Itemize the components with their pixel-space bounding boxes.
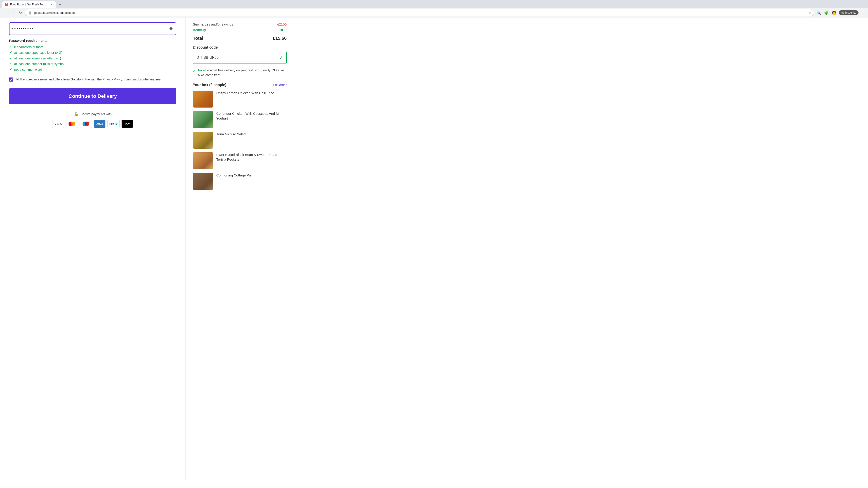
newsletter-text-before: I'd like to receive news and offers from… bbox=[16, 77, 103, 81]
check-icon: ✓ bbox=[9, 56, 12, 60]
address-bar: ← → ↻ 🔒 gousto.co.uk/check-out/account ☆… bbox=[0, 8, 868, 18]
requirement-text: at least one lowercase letter (a-z) bbox=[14, 57, 61, 60]
meal-name-4: Comforting Cottage Pie bbox=[216, 173, 252, 177]
maestro-payment-icon bbox=[80, 120, 92, 128]
total-value: £15.60 bbox=[273, 36, 287, 41]
surcharges-value: -£2.00 bbox=[277, 22, 287, 26]
requirement-item: ✓ not a common word bbox=[9, 67, 176, 72]
continue-to-delivery-button[interactable]: Continue to Delivery bbox=[9, 88, 176, 104]
menu-button[interactable]: ⋮ bbox=[860, 9, 866, 16]
requirement-text: 8 characters or more bbox=[14, 45, 43, 49]
requirement-item: ✓ 8 characters or more bbox=[9, 45, 176, 49]
url-text: gousto.co.uk/check-out/account bbox=[33, 11, 807, 14]
mastercard-payment-icon bbox=[66, 120, 78, 128]
meal-name-3: Plant-Based Black Bean & Sweet Potato To… bbox=[216, 152, 287, 162]
privacy-policy-link[interactable]: Privacy Policy bbox=[103, 77, 122, 81]
price-divider bbox=[193, 34, 287, 34]
apple-pay-payment-icon: Pay bbox=[121, 120, 133, 128]
new-tab-button[interactable]: + bbox=[57, 1, 63, 8]
discount-code-input[interactable] bbox=[196, 56, 279, 60]
tab-favicon: G bbox=[5, 3, 8, 6]
refresh-button[interactable]: ↻ bbox=[17, 9, 24, 16]
box-title: Your box (2 people) bbox=[193, 83, 226, 87]
discount-input-wrapper: ✓ bbox=[193, 52, 287, 64]
bookmark-icon[interactable]: ☆ bbox=[808, 11, 811, 14]
payment-methods: VISA AMEX PayPal bbox=[52, 120, 133, 128]
notice-text: Nice! You get free delivery on your firs… bbox=[198, 68, 287, 77]
newsletter-checkbox[interactable] bbox=[9, 77, 13, 82]
meal-image-plant bbox=[193, 152, 213, 169]
discount-title: Discount code bbox=[193, 45, 287, 50]
check-icon: ✓ bbox=[9, 45, 12, 49]
meal-name-0: Crispy Lemon Chicken With Chilli Rice bbox=[216, 91, 274, 95]
meal-item-1: Coriander Chicken With Couscous And Mint… bbox=[193, 111, 287, 128]
notice-body: You get free delivery on your first box … bbox=[198, 68, 285, 77]
active-tab[interactable]: G Food Boxes | Get Fresh Food & ✕ bbox=[2, 1, 56, 8]
lock-icon: 🔒 bbox=[74, 111, 79, 117]
visa-payment-icon: VISA bbox=[52, 120, 64, 128]
box-header: Your box (2 people) Edit order bbox=[193, 83, 287, 87]
svg-point-3 bbox=[85, 122, 89, 126]
meal-name-1: Coriander Chicken With Couscous And Mint… bbox=[216, 111, 287, 121]
amex-payment-icon: AMEX bbox=[94, 120, 105, 128]
check-icon: ✓ bbox=[9, 51, 12, 55]
requirement-text: not a common word bbox=[14, 68, 42, 71]
meal-item-0: Crispy Lemon Chicken With Chilli Rice bbox=[193, 91, 287, 107]
secure-label: 🔒 Secure payments with bbox=[74, 111, 112, 117]
forward-button[interactable]: → bbox=[9, 9, 16, 16]
tab-close-button[interactable]: ✕ bbox=[50, 3, 53, 6]
requirement-text: at least one number (0-9) or symbol bbox=[14, 62, 64, 66]
total-label: Total bbox=[193, 36, 203, 41]
delivery-label: Delivery bbox=[193, 28, 206, 32]
password-field-wrapper: 👁 bbox=[9, 22, 176, 35]
meal-item-4: Comforting Cottage Pie bbox=[193, 173, 287, 190]
total-row: Total £15.60 bbox=[193, 36, 287, 41]
meal-item-2: Tuna Nicoise Salad bbox=[193, 132, 287, 149]
check-icon: ✓ bbox=[9, 62, 12, 66]
requirement-item: ✓ at least one lowercase letter (a-z) bbox=[9, 56, 176, 60]
newsletter-text-after: . I can unsubscribe anytime. bbox=[122, 77, 161, 81]
check-icon: ✓ bbox=[9, 67, 12, 72]
discount-section: Discount code ✓ bbox=[193, 45, 287, 64]
incognito-icon: 🕵️ bbox=[841, 11, 844, 14]
meal-item-3: Plant-Based Black Bean & Sweet Potato To… bbox=[193, 152, 287, 169]
url-bar[interactable]: 🔒 gousto.co.uk/check-out/account ☆ bbox=[25, 9, 814, 16]
incognito-label: Incognito bbox=[845, 11, 856, 14]
surcharges-row: Surcharges and/or savings -£2.00 bbox=[193, 22, 287, 26]
left-panel: 👁 Password requirements: ✓ 8 characters … bbox=[0, 18, 185, 480]
notice-check-icon: ✓ bbox=[193, 68, 196, 74]
notice-highlight: Nice! bbox=[198, 68, 206, 72]
eye-icon[interactable]: 👁 bbox=[169, 26, 173, 31]
extensions-icon[interactable]: 🧩 bbox=[823, 9, 830, 16]
surcharges-label: Surcharges and/or savings bbox=[193, 22, 233, 26]
newsletter-text: I'd like to receive news and offers from… bbox=[16, 77, 161, 82]
back-button[interactable]: ← bbox=[2, 9, 8, 16]
tab-label: Food Boxes | Get Fresh Food & bbox=[10, 3, 48, 6]
newsletter-section: I'd like to receive news and offers from… bbox=[9, 77, 176, 82]
delivery-row: Delivery FREE bbox=[193, 28, 287, 32]
meal-name-2: Tuna Nicoise Salad bbox=[216, 132, 246, 136]
discount-check-icon: ✓ bbox=[279, 55, 283, 60]
secure-payments-section: 🔒 Secure payments with VISA bbox=[9, 111, 176, 128]
page-content: 👁 Password requirements: ✓ 8 characters … bbox=[0, 18, 868, 480]
profile-icon[interactable]: 🧑 bbox=[831, 9, 837, 16]
security-icon: 🔒 bbox=[28, 11, 32, 14]
secure-payments-text: Secure payments with bbox=[81, 112, 112, 116]
password-input[interactable] bbox=[12, 27, 169, 31]
meal-image-tuna bbox=[193, 132, 213, 149]
requirement-item: ✓ at least one number (0-9) or symbol bbox=[9, 62, 176, 66]
edit-order-link[interactable]: Edit order bbox=[273, 83, 287, 87]
meal-image-crispy bbox=[193, 91, 213, 107]
right-panel: Surcharges and/or savings -£2.00 Deliver… bbox=[185, 18, 294, 480]
meal-image-coriander bbox=[193, 111, 213, 128]
tab-bar: G Food Boxes | Get Fresh Food & ✕ + bbox=[0, 0, 868, 8]
requirements-section: Password requirements: ✓ 8 characters or… bbox=[9, 39, 176, 72]
search-icon[interactable]: 🔍 bbox=[815, 9, 822, 16]
incognito-badge: 🕵️ Incognito bbox=[839, 10, 859, 15]
requirements-title: Password requirements: bbox=[9, 39, 176, 42]
meal-image-cottage bbox=[193, 173, 213, 190]
requirement-text: at least one uppercase letter (A-Z) bbox=[14, 51, 62, 55]
requirement-item: ✓ at least one uppercase letter (A-Z) bbox=[9, 51, 176, 55]
free-delivery-notice: ✓ Nice! You get free delivery on your fi… bbox=[193, 68, 287, 77]
browser-chrome: G Food Boxes | Get Fresh Food & ✕ + ← → … bbox=[0, 0, 868, 18]
